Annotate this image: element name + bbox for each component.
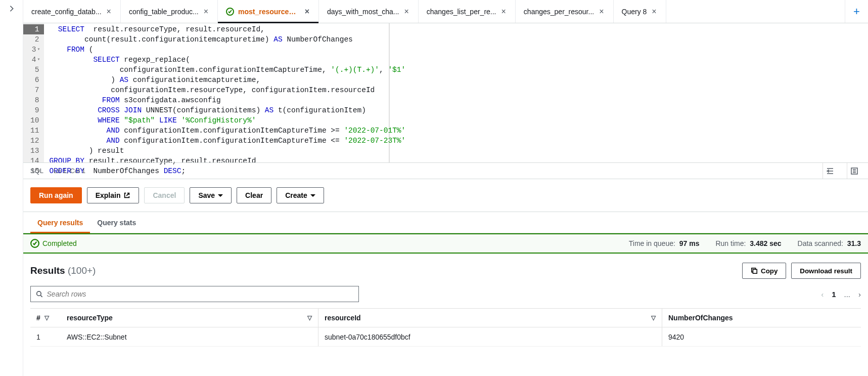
copy-icon: [751, 267, 758, 274]
code-line[interactable]: SELECT regexp_replace(: [49, 55, 389, 65]
code-line[interactable]: ) result: [49, 146, 389, 156]
editor-tab[interactable]: most_resources_cau...×: [218, 0, 319, 23]
close-tab-button[interactable]: ×: [304, 8, 310, 16]
results-title: Results (100+): [30, 265, 96, 276]
page-current[interactable]: 1: [832, 290, 836, 299]
svg-point-4: [37, 291, 41, 296]
tab-label: changes_list_per_re...: [427, 8, 496, 16]
sort-icon: ▽: [44, 314, 49, 321]
close-tab-button[interactable]: ×: [403, 8, 409, 16]
page-more: ...: [844, 290, 850, 299]
code-line[interactable]: configurationItem.configurationItemCaptu…: [49, 65, 389, 75]
code-line[interactable]: SELECT result.resourceType, result.resou…: [49, 24, 389, 34]
sort-icon: ▽: [307, 314, 312, 321]
query-status-banner: Completed Time in queue: 97 ms Run time:…: [23, 233, 868, 254]
editor-tab[interactable]: config_table_produc...×: [121, 0, 218, 23]
col-numberofchanges[interactable]: NumberOfChanges: [662, 314, 861, 322]
query-action-bar: Run again Explain Cancel Save Clear Crea…: [23, 179, 868, 212]
table-row[interactable]: 1AWS::EC2::Subnetsubnet-0a70c180655df0bc…: [30, 327, 861, 347]
tab-query-stats[interactable]: Query stats: [90, 212, 143, 233]
col-resourceid[interactable]: resourceId▽: [318, 309, 662, 327]
copy-button[interactable]: Copy: [742, 263, 786, 279]
tab-label: most_resources_cau...: [238, 8, 300, 16]
result-tabs: Query results Query stats: [23, 212, 868, 233]
code-line[interactable]: WHERE "$path" LIKE '%ConfigHistory%': [49, 115, 389, 126]
cursor-position: Ln 1, Col 1: [54, 167, 85, 175]
close-tab-button[interactable]: ×: [106, 8, 112, 16]
explain-button[interactable]: Explain: [87, 187, 140, 203]
search-icon: [36, 290, 43, 298]
page-prev-button[interactable]: ‹: [821, 290, 824, 299]
editor-lang: SQL: [30, 167, 43, 175]
external-link-icon: [123, 192, 130, 199]
editor-status-bar: SQL Ln 1, Col 1: [23, 162, 868, 179]
results-table: #▽ resourceType▽ resourceId▽ NumberOfCha…: [30, 308, 861, 347]
editor-tab[interactable]: create_config_datab...×: [23, 0, 121, 23]
code-line[interactable]: AND configurationItem.configurationItemC…: [49, 126, 389, 136]
code-line[interactable]: FROM s3configdata.awsconfig: [49, 95, 389, 105]
tab-label: config_table_produc...: [129, 8, 199, 16]
status-text: Completed: [42, 239, 77, 247]
success-check-icon: [226, 8, 234, 16]
download-results-button[interactable]: Download result: [791, 263, 861, 279]
code-line[interactable]: CROSS JOIN UNNEST(configurationitems) AS…: [49, 105, 389, 115]
metric-time-in-queue: Time in queue: 97 ms: [629, 239, 700, 247]
run-again-button[interactable]: Run again: [30, 187, 82, 203]
page-next-button[interactable]: ›: [858, 290, 861, 299]
editor-tab[interactable]: Query 8×: [614, 0, 666, 23]
fold-icon[interactable]: ▾: [37, 55, 40, 65]
fold-icon[interactable]: ▾: [37, 45, 40, 55]
col-index[interactable]: #▽: [30, 314, 61, 322]
format-icon[interactable]: [823, 163, 837, 179]
code-line[interactable]: ) AS configurationitemcapturetime,: [49, 75, 389, 85]
save-button[interactable]: Save: [190, 187, 232, 203]
search-rows-field[interactable]: [47, 290, 353, 298]
chevron-right-icon: [8, 5, 15, 12]
metric-run-time: Run time: 3.482 sec: [715, 239, 781, 247]
metric-data-scanned: Data scanned: 31.3: [798, 239, 861, 247]
tab-label: create_config_datab...: [31, 8, 102, 16]
search-rows-input[interactable]: [30, 286, 359, 302]
create-button[interactable]: Create: [277, 187, 324, 203]
caret-down-icon: [310, 194, 315, 197]
cancel-button: Cancel: [144, 187, 185, 203]
tab-label: changes_per_resour...: [524, 8, 594, 16]
sort-icon: ▽: [651, 314, 656, 321]
editor-tabs-bar: create_config_datab...×config_table_prod…: [23, 0, 868, 23]
code-line[interactable]: FROM (: [49, 45, 389, 55]
sidebar-expand-button[interactable]: [0, 0, 23, 376]
editor-tab[interactable]: days_with_most_cha...×: [319, 0, 419, 23]
close-tab-button[interactable]: ×: [500, 8, 507, 16]
col-resourcetype[interactable]: resourceType▽: [61, 309, 318, 327]
code-line[interactable]: count(result.configurationitemcapturetim…: [49, 34, 389, 45]
code-line[interactable]: configurationItem.resourceType, configur…: [49, 85, 389, 95]
close-tab-button[interactable]: ×: [651, 8, 657, 16]
code-line[interactable]: AND configurationItem.configurationItemC…: [49, 136, 389, 146]
editor-tab[interactable]: changes_list_per_re...×: [419, 0, 516, 23]
caret-down-icon: [218, 194, 223, 197]
sql-editor[interactable]: 1 2 3▾4▾5 6 7 8 9 10 11 12 13 14 15 SELE…: [23, 23, 868, 162]
settings-icon[interactable]: [847, 163, 861, 179]
pagination: ‹ 1 ... ›: [821, 290, 861, 299]
tab-label: Query 8: [622, 8, 647, 16]
success-check-icon: [30, 239, 39, 248]
close-tab-button[interactable]: ×: [598, 8, 605, 16]
editor-tab[interactable]: changes_per_resour...×: [516, 0, 614, 23]
svg-rect-3: [753, 269, 757, 273]
close-tab-button[interactable]: ×: [203, 8, 209, 16]
add-tab-button[interactable]: +: [845, 0, 868, 23]
clear-button[interactable]: Clear: [237, 187, 271, 203]
tab-query-results[interactable]: Query results: [30, 212, 90, 233]
tab-label: days_with_most_cha...: [327, 8, 399, 16]
